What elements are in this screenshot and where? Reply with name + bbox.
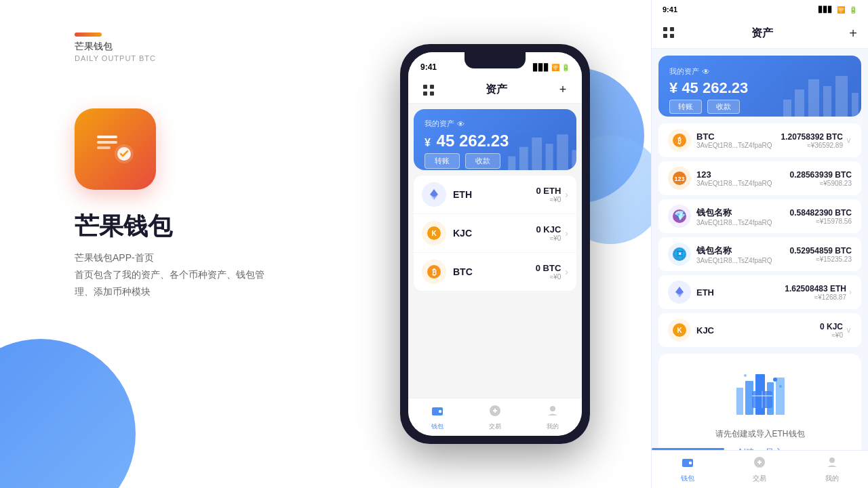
eye-icon[interactable]: 👁 bbox=[457, 120, 465, 128]
app-icon-container bbox=[75, 108, 156, 190]
rp-bottom-active-indicator bbox=[652, 448, 724, 450]
battery-icon: 🔋 bbox=[561, 64, 570, 71]
rp-eye-icon[interactable]: 👁 bbox=[702, 67, 710, 77]
mine-nav-icon bbox=[546, 404, 559, 421]
rp-coin-kjc[interactable]: K KJC 0 KJC ≈¥0 ∨ bbox=[658, 313, 861, 347]
phone-frame: 9:41 ▊▊▊ 🛜 🔋 资产 + bbox=[400, 44, 590, 444]
phone-coin-list: ETH 0 ETH ≈¥0 › K KJC 0 KJC ≈¥0 bbox=[414, 176, 576, 291]
phone-nav-wallet[interactable]: 钱包 bbox=[408, 399, 466, 436]
rp-grid-button[interactable] bbox=[663, 26, 675, 41]
svg-rect-13 bbox=[557, 134, 568, 170]
rp-signal-icon: ▊▊▊ bbox=[818, 6, 833, 13]
phone-add-button[interactable]: + bbox=[555, 82, 571, 98]
trade-nav-icon bbox=[488, 404, 502, 421]
rp-trade-icon bbox=[753, 455, 766, 472]
rp-status-bar: 9:41 ▊▊▊ 🛜 🔋 bbox=[652, 0, 868, 19]
svg-rect-27 bbox=[670, 27, 674, 31]
rp-wallet-label: 钱包 bbox=[681, 474, 694, 483]
phone-transfer-button[interactable]: 转账 bbox=[425, 153, 460, 169]
right-panel: 9:41 ▊▊▊ 🛜 🔋 资产 + 我的资产 👁 bbox=[651, 0, 868, 488]
deco-circle-left bbox=[0, 339, 136, 488]
phone-coin-eth[interactable]: ETH 0 ETH ≈¥0 › bbox=[414, 176, 576, 214]
phone-nav-trade[interactable]: 交易 bbox=[466, 399, 524, 436]
svg-rect-53 bbox=[776, 378, 785, 415]
btc-logo: ₿ bbox=[422, 260, 446, 284]
rp-empty-text: 请先创建或导入ETH钱包 bbox=[672, 428, 848, 440]
rp-coin-eth[interactable]: ETH 1.62508483 ETH ≈¥1268.87 › bbox=[658, 275, 861, 309]
rp-nav-title: 资产 bbox=[751, 26, 773, 41]
svg-rect-12 bbox=[546, 144, 553, 170]
rp-battery-icon: 🔋 bbox=[849, 6, 857, 14]
rp-coin-btc[interactable]: ₿ BTC 3AvEQt1R8...TsZ4fpaRQ 1.20758392 B… bbox=[658, 123, 861, 157]
rp-eth-info: ETH bbox=[696, 287, 785, 298]
svg-text:💎: 💎 bbox=[674, 210, 686, 222]
wifi-icon: 🛜 bbox=[551, 64, 559, 71]
eth-arrow-icon: › bbox=[565, 189, 568, 200]
svg-point-25 bbox=[550, 406, 555, 411]
phone-nav-mine[interactable]: 我的 bbox=[524, 399, 582, 436]
kjc-arrow-icon: › bbox=[565, 228, 568, 239]
rp-wallet1-balance: 0.58482390 BTC ≈¥15978.56 bbox=[790, 208, 852, 225]
phone-grid-button[interactable] bbox=[419, 81, 438, 100]
svg-rect-1 bbox=[97, 141, 117, 144]
rp-receive-button[interactable]: 收款 bbox=[707, 100, 740, 114]
phone-receive-button[interactable]: 收款 bbox=[465, 153, 500, 169]
svg-text:K: K bbox=[431, 230, 437, 237]
phone-coin-kjc[interactable]: K KJC 0 KJC ≈¥0 › bbox=[414, 214, 576, 253]
phone-coin-btc[interactable]: ₿ BTC 0 BTC ≈¥0 › bbox=[414, 253, 576, 291]
phone-bottom-nav: 钱包 交易 我的 bbox=[408, 398, 582, 436]
svg-rect-28 bbox=[663, 34, 667, 38]
eth-logo bbox=[422, 182, 446, 207]
rp-btc-info: BTC 3AvEQt1R8...TsZ4fpaRQ bbox=[696, 131, 781, 149]
rp-asset-bg-svg bbox=[780, 69, 861, 117]
app-icon bbox=[75, 108, 156, 190]
phone-nav-bar: 资产 + bbox=[408, 77, 582, 104]
rp-eth-logo bbox=[668, 281, 691, 304]
svg-point-61 bbox=[829, 458, 835, 463]
rp-kjc-info: KJC bbox=[696, 325, 820, 336]
rp-coin-123[interactable]: 123 123 3AvEQt1R8...TsZ4fpaRQ 0.28563939… bbox=[658, 161, 861, 195]
rp-btc-logo: ₿ bbox=[668, 129, 691, 152]
rp-add-button[interactable]: + bbox=[849, 26, 857, 41]
signal-icon: ▊▊▊ bbox=[533, 64, 549, 71]
rp-123-info: 123 3AvEQt1R8...TsZ4fpaRQ bbox=[696, 169, 790, 187]
phone-status-time: 9:41 bbox=[420, 62, 437, 72]
svg-text:₿: ₿ bbox=[432, 268, 437, 277]
rp-coin-wallet1[interactable]: 💎 钱包名称 3AvEQt1R8...TsZ4fpaRQ 0.58482390 … bbox=[658, 199, 861, 233]
svg-rect-33 bbox=[823, 86, 831, 117]
rp-eth-balance: 1.62508483 ETH ≈¥1268.87 bbox=[785, 284, 846, 301]
brand-text: 芒果钱包 DAILY OUTPUT BTC bbox=[75, 41, 156, 62]
app-icon-svg bbox=[92, 125, 139, 173]
asset-card-bg-svg bbox=[502, 123, 576, 170]
svg-rect-2 bbox=[97, 146, 111, 149]
rp-wallet2-info: 钱包名称 3AvEQt1R8...TsZ4fpaRQ bbox=[696, 245, 790, 264]
svg-rect-31 bbox=[795, 89, 804, 117]
rp-transfer-button[interactable]: 转账 bbox=[669, 100, 702, 114]
rp-coin-wallet2[interactable]: 💠 钱包名称 3AvEQt1R8...TsZ4fpaRQ 0.52954859 … bbox=[658, 237, 861, 271]
rp-kjc-chevron-icon: ∨ bbox=[846, 325, 852, 335]
rp-nav-mine[interactable]: 我的 bbox=[796, 451, 868, 488]
rp-wallet2-logo: 💠 bbox=[668, 243, 691, 266]
rp-kjc-logo: K bbox=[668, 319, 691, 342]
svg-rect-7 bbox=[423, 92, 427, 96]
svg-rect-23 bbox=[439, 410, 441, 413]
kjc-name: KJC bbox=[453, 228, 536, 239]
svg-rect-6 bbox=[430, 85, 434, 89]
wallet-nav-label: 钱包 bbox=[431, 422, 443, 431]
svg-rect-29 bbox=[670, 34, 674, 38]
svg-text:💠: 💠 bbox=[674, 248, 686, 260]
app-description: 芒果钱包APP-首页 首页包含了我的资产、各个币种资产、钱包管 理、添加币种模块 bbox=[75, 249, 264, 301]
rp-nav-trade[interactable]: 交易 bbox=[724, 451, 795, 488]
brand-subtitle: DAILY OUTPUT BTC bbox=[75, 54, 156, 62]
rp-trade-label: 交易 bbox=[753, 474, 766, 483]
rp-wallet-icon bbox=[681, 455, 694, 472]
rp-123-balance: 0.28563939 BTC ≈¥5908.23 bbox=[790, 170, 852, 187]
rp-kjc-balance: 0 KJC ≈¥0 bbox=[820, 322, 843, 339]
svg-rect-35 bbox=[852, 93, 859, 117]
rp-nav-wallet[interactable]: 钱包 bbox=[652, 451, 724, 488]
empty-box-svg bbox=[733, 367, 787, 415]
brand-name-small: 芒果钱包 bbox=[75, 41, 156, 53]
rp-status-time: 9:41 bbox=[663, 5, 814, 14]
rp-eth-chevron-icon: › bbox=[849, 287, 852, 297]
svg-rect-0 bbox=[97, 136, 117, 138]
